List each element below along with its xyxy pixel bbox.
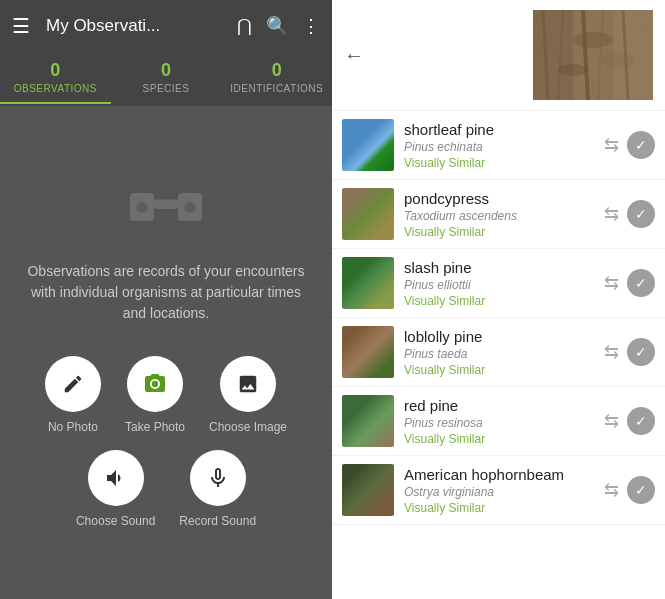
species-thumbnail (342, 464, 394, 516)
no-photo-action[interactable]: No Photo (45, 356, 101, 434)
search-icon[interactable]: 🔍 (266, 15, 288, 37)
compare-icon[interactable]: ⇆ (604, 134, 619, 156)
species-name: pondcypress (404, 190, 594, 207)
left-panel: ☰ My Observati... ⋂ 🔍 ⋮ 0 OBSERVATIONS 0… (0, 0, 332, 599)
back-button[interactable]: ← (344, 44, 364, 67)
take-photo-button[interactable] (127, 356, 183, 412)
species-tag: Visually Similar (404, 294, 594, 308)
action-buttons: No Photo Take Photo (20, 356, 312, 528)
main-content: Observations are records of your encount… (0, 106, 332, 599)
take-photo-label: Take Photo (125, 420, 185, 434)
app-title: My Observati... (46, 16, 223, 36)
choose-image-action[interactable]: Choose Image (209, 356, 287, 434)
svg-rect-8 (533, 10, 573, 100)
empty-state-description: Observations are records of your encount… (20, 261, 312, 324)
species-info: slash pine Pinus elliottii Visually Simi… (404, 259, 594, 308)
species-name: slash pine (404, 259, 594, 276)
species-thumbnail (342, 119, 394, 171)
svg-rect-2 (154, 199, 178, 209)
choose-sound-label: Choose Sound (76, 514, 155, 528)
tab-observations[interactable]: 0 OBSERVATIONS (0, 52, 111, 104)
compare-icon[interactable]: ⇆ (604, 479, 619, 501)
compare-icon[interactable]: ⇆ (604, 272, 619, 294)
tabs-bar: 0 OBSERVATIONS 0 SPECIES 0 IDENTIFICATIO… (0, 52, 332, 106)
species-info: shortleaf pine Pinus echinata Visually S… (404, 121, 594, 170)
species-scientific: Taxodium ascendens (404, 209, 594, 223)
select-button[interactable]: ✓ (627, 338, 655, 366)
species-scientific: Pinus elliottii (404, 278, 594, 292)
observations-count: 0 (4, 60, 107, 81)
species-tag: Visually Similar (404, 156, 594, 170)
select-button[interactable]: ✓ (627, 269, 655, 297)
list-item[interactable]: slash pine Pinus elliottii Visually Simi… (332, 249, 665, 318)
identifications-count: 0 (225, 60, 328, 81)
species-tag: Visually Similar (404, 501, 594, 515)
tab-identifications[interactable]: 0 IDENTIFICATIONS (221, 52, 332, 104)
list-item[interactable]: American hophornbeam Ostrya virginiana V… (332, 456, 665, 525)
species-count: 0 (115, 60, 218, 81)
choose-image-button[interactable] (220, 356, 276, 412)
list-item[interactable]: pondcypress Taxodium ascendens Visually … (332, 180, 665, 249)
compare-icon[interactable]: ⇆ (604, 341, 619, 363)
species-info: pondcypress Taxodium ascendens Visually … (404, 190, 594, 239)
species-info: red pine Pinus resinosa Visually Similar (404, 397, 594, 446)
species-name: red pine (404, 397, 594, 414)
select-button[interactable]: ✓ (627, 131, 655, 159)
species-info: loblolly pine Pinus taeda Visually Simil… (404, 328, 594, 377)
record-sound-action[interactable]: Record Sound (179, 450, 256, 528)
select-button[interactable]: ✓ (627, 476, 655, 504)
species-thumbnail (342, 326, 394, 378)
species-thumbnail (342, 395, 394, 447)
compare-icon[interactable]: ⇆ (604, 203, 619, 225)
choose-sound-action[interactable]: Choose Sound (76, 450, 155, 528)
more-icon[interactable]: ⋮ (302, 15, 320, 37)
list-item[interactable]: shortleaf pine Pinus echinata Visually S… (332, 111, 665, 180)
action-row-1: No Photo Take Photo (45, 356, 287, 434)
action-row-2: Choose Sound Record Sound (76, 450, 256, 528)
species-list: shortleaf pine Pinus echinata Visually S… (332, 111, 665, 599)
grid-icon[interactable]: ⋂ (237, 15, 252, 37)
species-scientific: Pinus echinata (404, 140, 594, 154)
compare-icon[interactable]: ⇆ (604, 410, 619, 432)
identifications-label: IDENTIFICATIONS (225, 83, 328, 94)
svg-point-6 (184, 202, 195, 213)
svg-point-18 (600, 53, 636, 67)
species-info: American hophornbeam Ostrya virginiana V… (404, 466, 594, 515)
species-actions: ⇆ ✓ (604, 131, 655, 159)
species-actions: ⇆ ✓ (604, 269, 655, 297)
no-photo-label: No Photo (48, 420, 98, 434)
svg-point-5 (136, 202, 147, 213)
take-photo-action[interactable]: Take Photo (125, 356, 185, 434)
choose-sound-button[interactable] (88, 450, 144, 506)
observations-label: OBSERVATIONS (4, 83, 107, 94)
right-header: ← (332, 0, 665, 111)
species-scientific: Pinus taeda (404, 347, 594, 361)
tab-species[interactable]: 0 SPECIES (111, 52, 222, 104)
svg-point-17 (558, 64, 588, 76)
right-panel: ← shortleaf pine (332, 0, 665, 599)
species-actions: ⇆ ✓ (604, 338, 655, 366)
species-actions: ⇆ ✓ (604, 200, 655, 228)
record-sound-button[interactable] (190, 450, 246, 506)
svg-point-16 (573, 32, 613, 48)
species-scientific: Pinus resinosa (404, 416, 594, 430)
query-image (533, 10, 653, 100)
species-scientific: Ostrya virginiana (404, 485, 594, 499)
species-tag: Visually Similar (404, 432, 594, 446)
species-actions: ⇆ ✓ (604, 476, 655, 504)
list-item[interactable]: loblolly pine Pinus taeda Visually Simil… (332, 318, 665, 387)
species-name: shortleaf pine (404, 121, 594, 138)
top-bar: ☰ My Observati... ⋂ 🔍 ⋮ (0, 0, 332, 52)
binoculars-icon (126, 177, 206, 237)
species-tag: Visually Similar (404, 363, 594, 377)
species-name: American hophornbeam (404, 466, 594, 483)
select-button[interactable]: ✓ (627, 200, 655, 228)
species-thumbnail (342, 188, 394, 240)
select-button[interactable]: ✓ (627, 407, 655, 435)
no-photo-button[interactable] (45, 356, 101, 412)
menu-icon[interactable]: ☰ (12, 14, 30, 38)
choose-image-label: Choose Image (209, 420, 287, 434)
species-tag: Visually Similar (404, 225, 594, 239)
list-item[interactable]: red pine Pinus resinosa Visually Similar… (332, 387, 665, 456)
species-thumbnail (342, 257, 394, 309)
